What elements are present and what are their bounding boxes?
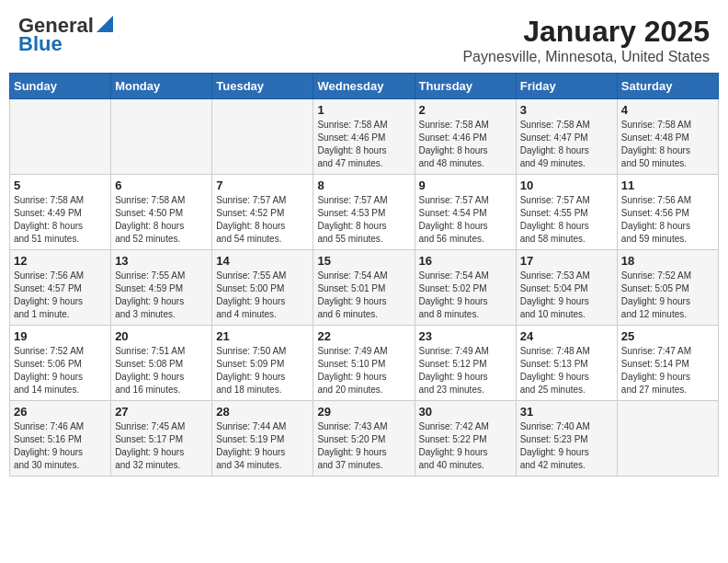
day-info: Sunrise: 7:58 AM Sunset: 4:48 PM Dayligh… <box>621 119 714 170</box>
day-number: 21 <box>216 329 309 343</box>
day-number: 20 <box>115 329 208 343</box>
calendar-day-header: Wednesday <box>313 74 415 99</box>
day-number: 27 <box>115 405 208 419</box>
day-number: 30 <box>419 405 512 419</box>
calendar-day-cell: 24Sunrise: 7:48 AM Sunset: 5:13 PM Dayli… <box>516 326 617 401</box>
calendar-day-cell: 3Sunrise: 7:58 AM Sunset: 4:47 PM Daylig… <box>516 99 617 175</box>
day-info: Sunrise: 7:58 AM Sunset: 4:47 PM Dayligh… <box>520 119 613 170</box>
calendar-day-cell: 28Sunrise: 7:44 AM Sunset: 5:19 PM Dayli… <box>212 401 313 477</box>
calendar-day-cell <box>212 99 313 175</box>
day-number: 26 <box>14 405 107 419</box>
calendar-day-cell: 31Sunrise: 7:40 AM Sunset: 5:23 PM Dayli… <box>516 401 617 477</box>
calendar-day-cell <box>617 401 718 477</box>
calendar-day-cell: 7Sunrise: 7:57 AM Sunset: 4:52 PM Daylig… <box>212 175 313 250</box>
calendar-day-cell: 18Sunrise: 7:52 AM Sunset: 5:05 PM Dayli… <box>617 250 718 326</box>
calendar-day-header: Tuesday <box>212 74 313 99</box>
calendar-container: SundayMondayTuesdayWednesdayThursdayFrid… <box>0 73 728 486</box>
calendar-week-row: 12Sunrise: 7:56 AM Sunset: 4:57 PM Dayli… <box>10 250 719 326</box>
calendar-week-row: 19Sunrise: 7:52 AM Sunset: 5:06 PM Dayli… <box>10 326 719 401</box>
logo-icon <box>97 16 113 32</box>
day-number: 4 <box>621 103 714 117</box>
day-info: Sunrise: 7:57 AM Sunset: 4:54 PM Dayligh… <box>419 194 512 246</box>
day-info: Sunrise: 7:46 AM Sunset: 5:16 PM Dayligh… <box>14 420 107 472</box>
calendar-day-cell: 21Sunrise: 7:50 AM Sunset: 5:09 PM Dayli… <box>212 326 313 401</box>
day-number: 24 <box>520 329 613 343</box>
day-info: Sunrise: 7:54 AM Sunset: 5:02 PM Dayligh… <box>419 270 512 321</box>
day-number: 12 <box>14 254 107 268</box>
day-info: Sunrise: 7:55 AM Sunset: 4:59 PM Dayligh… <box>115 270 208 321</box>
day-info: Sunrise: 7:42 AM Sunset: 5:22 PM Dayligh… <box>419 420 512 472</box>
day-number: 11 <box>621 178 714 192</box>
logo: General Blue <box>18 15 113 55</box>
calendar-day-cell: 15Sunrise: 7:54 AM Sunset: 5:01 PM Dayli… <box>313 250 415 326</box>
day-number: 28 <box>216 405 309 419</box>
calendar-day-cell: 13Sunrise: 7:55 AM Sunset: 4:59 PM Dayli… <box>111 250 212 326</box>
day-info: Sunrise: 7:49 AM Sunset: 5:12 PM Dayligh… <box>419 345 512 396</box>
calendar-day-header: Sunday <box>10 74 111 99</box>
day-info: Sunrise: 7:54 AM Sunset: 5:01 PM Dayligh… <box>317 270 410 321</box>
calendar-day-header: Saturday <box>617 74 718 99</box>
day-number: 10 <box>520 178 613 192</box>
calendar-day-cell <box>111 99 212 175</box>
day-info: Sunrise: 7:56 AM Sunset: 4:56 PM Dayligh… <box>621 194 714 246</box>
day-number: 31 <box>520 405 613 419</box>
day-number: 13 <box>115 254 208 268</box>
day-number: 25 <box>621 329 714 343</box>
calendar-day-cell: 11Sunrise: 7:56 AM Sunset: 4:56 PM Dayli… <box>617 175 718 250</box>
calendar-day-cell: 26Sunrise: 7:46 AM Sunset: 5:16 PM Dayli… <box>10 401 111 477</box>
day-info: Sunrise: 7:56 AM Sunset: 4:57 PM Dayligh… <box>14 270 107 321</box>
calendar-day-cell: 17Sunrise: 7:53 AM Sunset: 5:04 PM Dayli… <box>516 250 617 326</box>
day-number: 29 <box>317 405 410 419</box>
day-number: 14 <box>216 254 309 268</box>
day-info: Sunrise: 7:43 AM Sunset: 5:20 PM Dayligh… <box>317 420 410 472</box>
logo-blue: Blue <box>18 33 63 55</box>
calendar-day-cell: 23Sunrise: 7:49 AM Sunset: 5:12 PM Dayli… <box>415 326 516 401</box>
calendar-day-cell: 8Sunrise: 7:57 AM Sunset: 4:53 PM Daylig… <box>313 175 415 250</box>
day-number: 2 <box>419 103 512 117</box>
day-number: 7 <box>216 178 309 192</box>
day-info: Sunrise: 7:55 AM Sunset: 5:00 PM Dayligh… <box>216 270 309 321</box>
page-title: January 2025 <box>462 15 710 49</box>
calendar-day-cell: 27Sunrise: 7:45 AM Sunset: 5:17 PM Dayli… <box>111 401 212 477</box>
day-info: Sunrise: 7:47 AM Sunset: 5:14 PM Dayligh… <box>621 345 714 396</box>
calendar-day-cell: 25Sunrise: 7:47 AM Sunset: 5:14 PM Dayli… <box>617 326 718 401</box>
page-header: General Blue January 2025 Paynesville, M… <box>0 0 728 73</box>
calendar-day-cell: 12Sunrise: 7:56 AM Sunset: 4:57 PM Dayli… <box>10 250 111 326</box>
calendar-day-cell: 19Sunrise: 7:52 AM Sunset: 5:06 PM Dayli… <box>10 326 111 401</box>
calendar-week-row: 26Sunrise: 7:46 AM Sunset: 5:16 PM Dayli… <box>10 401 719 477</box>
calendar-day-cell: 1Sunrise: 7:58 AM Sunset: 4:46 PM Daylig… <box>313 99 415 175</box>
day-info: Sunrise: 7:58 AM Sunset: 4:46 PM Dayligh… <box>317 119 410 170</box>
calendar-week-row: 5Sunrise: 7:58 AM Sunset: 4:49 PM Daylig… <box>10 175 719 250</box>
day-number: 19 <box>14 329 107 343</box>
calendar-day-cell: 5Sunrise: 7:58 AM Sunset: 4:49 PM Daylig… <box>10 175 111 250</box>
calendar-week-row: 1Sunrise: 7:58 AM Sunset: 4:46 PM Daylig… <box>10 99 719 175</box>
day-number: 17 <box>520 254 613 268</box>
day-info: Sunrise: 7:50 AM Sunset: 5:09 PM Dayligh… <box>216 345 309 396</box>
calendar-day-cell: 22Sunrise: 7:49 AM Sunset: 5:10 PM Dayli… <box>313 326 415 401</box>
day-info: Sunrise: 7:48 AM Sunset: 5:13 PM Dayligh… <box>520 345 613 396</box>
day-number: 3 <box>520 103 613 117</box>
day-info: Sunrise: 7:49 AM Sunset: 5:10 PM Dayligh… <box>317 345 410 396</box>
day-info: Sunrise: 7:58 AM Sunset: 4:50 PM Dayligh… <box>115 194 208 246</box>
day-info: Sunrise: 7:51 AM Sunset: 5:08 PM Dayligh… <box>115 345 208 396</box>
calendar-day-cell: 9Sunrise: 7:57 AM Sunset: 4:54 PM Daylig… <box>415 175 516 250</box>
day-number: 1 <box>317 103 410 117</box>
day-info: Sunrise: 7:52 AM Sunset: 5:06 PM Dayligh… <box>14 345 107 396</box>
calendar-day-cell: 29Sunrise: 7:43 AM Sunset: 5:20 PM Dayli… <box>313 401 415 477</box>
day-info: Sunrise: 7:57 AM Sunset: 4:55 PM Dayligh… <box>520 194 613 246</box>
day-info: Sunrise: 7:44 AM Sunset: 5:19 PM Dayligh… <box>216 420 309 472</box>
calendar-day-cell: 2Sunrise: 7:58 AM Sunset: 4:46 PM Daylig… <box>415 99 516 175</box>
day-info: Sunrise: 7:57 AM Sunset: 4:53 PM Dayligh… <box>317 194 410 246</box>
day-info: Sunrise: 7:40 AM Sunset: 5:23 PM Dayligh… <box>520 420 613 472</box>
calendar-day-cell: 20Sunrise: 7:51 AM Sunset: 5:08 PM Dayli… <box>111 326 212 401</box>
day-number: 16 <box>419 254 512 268</box>
calendar-day-header: Thursday <box>415 74 516 99</box>
day-number: 18 <box>621 254 714 268</box>
calendar-table: SundayMondayTuesdayWednesdayThursdayFrid… <box>9 73 719 477</box>
calendar-day-cell: 6Sunrise: 7:58 AM Sunset: 4:50 PM Daylig… <box>111 175 212 250</box>
day-number: 8 <box>317 178 410 192</box>
day-number: 5 <box>14 178 107 192</box>
day-info: Sunrise: 7:45 AM Sunset: 5:17 PM Dayligh… <box>115 420 208 472</box>
day-number: 22 <box>317 329 410 343</box>
calendar-day-cell: 30Sunrise: 7:42 AM Sunset: 5:22 PM Dayli… <box>415 401 516 477</box>
